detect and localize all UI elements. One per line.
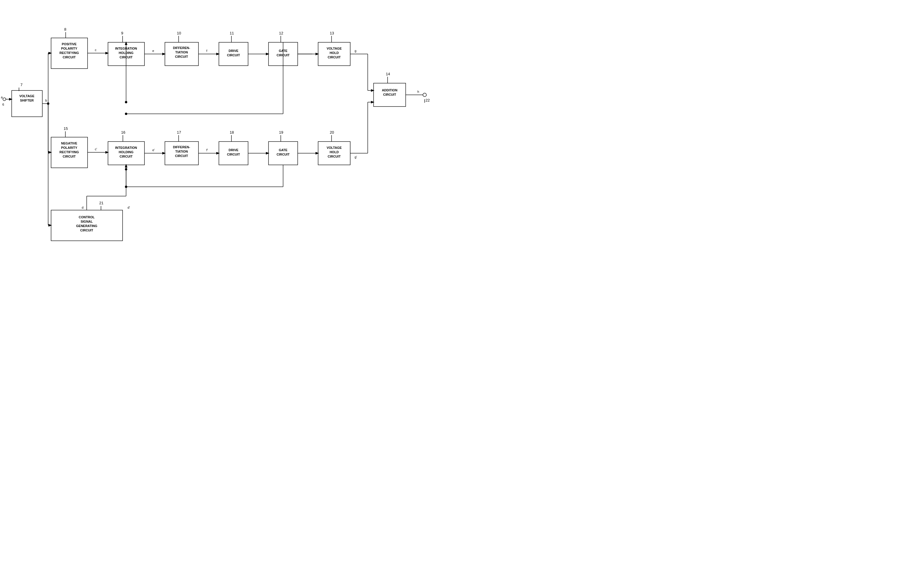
pos-rect-label: POSITIVE xyxy=(62,43,77,46)
svg-text:SIGNAL: SIGNAL xyxy=(80,220,93,223)
svg-text:CIRCUIT: CIRCUIT xyxy=(227,53,240,57)
ref-16: 16 xyxy=(121,130,125,134)
svg-text:CIRCUIT: CIRCUIT xyxy=(277,153,290,156)
ref-17: 17 xyxy=(177,130,181,134)
svg-text:CIRCUIT: CIRCUIT xyxy=(175,55,188,58)
ref-18: 18 xyxy=(230,130,234,134)
svg-text:CIRCUIT: CIRCUIT xyxy=(328,155,341,158)
label-d-prime: d' xyxy=(128,206,130,209)
label-g: g xyxy=(355,49,357,52)
svg-text:RECTIFYING: RECTIFYING xyxy=(59,51,79,55)
svg-text:CIRCUIT: CIRCUIT xyxy=(328,56,341,59)
ref-11: 11 xyxy=(230,31,234,35)
junction-feedback-top xyxy=(125,113,127,115)
label-g-prime: g' xyxy=(355,155,357,159)
label-c-prime: c' xyxy=(95,147,97,151)
svg-text:CIRCUIT: CIRCUIT xyxy=(383,93,396,96)
svg-text:HOLD: HOLD xyxy=(329,51,339,55)
label-c: c xyxy=(95,48,96,52)
label-e-prime: e' xyxy=(152,148,155,152)
ref-8: 8 xyxy=(64,27,66,31)
label-e: e xyxy=(152,49,154,52)
int-hold-bot-label: INTEGRATION xyxy=(115,146,137,149)
label-a: a xyxy=(1,95,3,99)
ref-7: 7 xyxy=(20,83,23,87)
svg-text:CIRCUIT: CIRCUIT xyxy=(63,155,76,158)
svg-text:POLARITY: POLARITY xyxy=(61,47,77,50)
svg-text:SHIFTER: SHIFTER xyxy=(20,99,34,102)
circuit-diagram: VOLTAGE SHIFTER 7 POSITIVE POLARITY RECT… xyxy=(0,0,462,290)
neg-rect-label: NEGATIVE xyxy=(61,142,77,145)
voltage-shifter-label: VOLTAGE xyxy=(19,94,34,98)
ref-22: 22 xyxy=(425,98,430,102)
svg-text:TIATION: TIATION xyxy=(175,150,188,153)
ref-9: 9 xyxy=(121,31,123,35)
label-6: 6 xyxy=(2,103,4,106)
svg-rect-39 xyxy=(165,142,198,165)
ref-20: 20 xyxy=(330,130,334,134)
ref-14: 14 xyxy=(386,72,390,76)
ref-21: 21 xyxy=(99,201,103,205)
ref-15: 15 xyxy=(64,126,68,131)
label-d: d xyxy=(82,206,83,209)
drive-top-label: DRIVE xyxy=(229,49,239,52)
svg-text:CIRCUIT: CIRCUIT xyxy=(80,229,93,232)
label-h: h xyxy=(417,90,419,93)
gate-bot-label: GATE xyxy=(279,148,288,152)
svg-rect-13 xyxy=(165,43,198,65)
ref-13: 13 xyxy=(330,31,334,35)
svg-text:CIRCUIT: CIRCUIT xyxy=(119,155,133,158)
ctrl-sig-label: CONTROL xyxy=(79,215,95,219)
ref-19: 19 xyxy=(279,130,283,134)
addition-label: ADDITION xyxy=(382,88,397,92)
ref-12: 12 xyxy=(279,31,283,35)
svg-text:RECTIFYING: RECTIFYING xyxy=(59,150,79,154)
svg-text:HOLDING: HOLDING xyxy=(119,150,134,154)
volt-hold-bot-label: VOLTAGE xyxy=(327,146,342,149)
svg-text:HOLD: HOLD xyxy=(329,150,339,154)
svg-text:POLARITY: POLARITY xyxy=(61,146,77,149)
diff-bot-label: DIFFEREN- xyxy=(173,146,190,149)
diff-top-label: DIFFEREN- xyxy=(173,46,190,50)
ref-10: 10 xyxy=(177,31,181,35)
svg-text:GENERATING: GENERATING xyxy=(76,224,98,227)
volt-hold-top-label: VOLTAGE xyxy=(327,47,342,50)
svg-text:CIRCUIT: CIRCUIT xyxy=(227,153,240,156)
svg-text:TIATION: TIATION xyxy=(175,51,188,54)
label-f-prime: f' xyxy=(206,148,208,152)
drive-bot-label: DRIVE xyxy=(229,148,239,152)
svg-text:CIRCUIT: CIRCUIT xyxy=(63,56,76,59)
label-b: b xyxy=(45,99,47,102)
svg-text:CIRCUIT: CIRCUIT xyxy=(175,154,188,158)
